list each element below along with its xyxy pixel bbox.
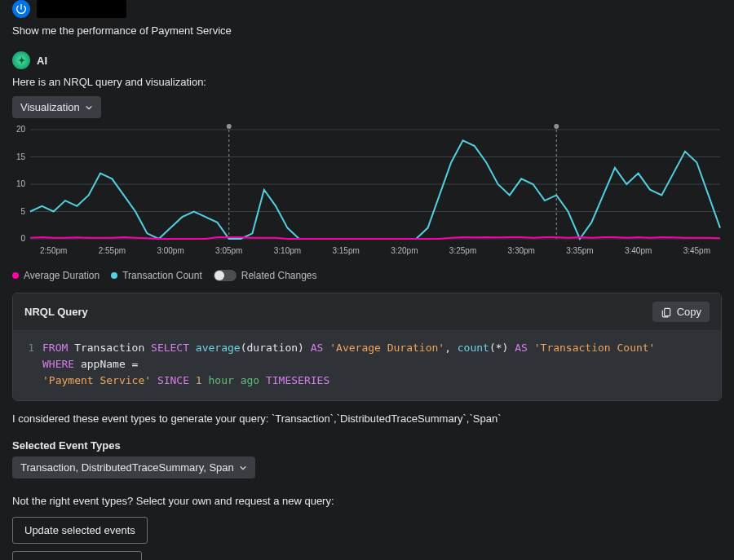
svg-text:3:15pm: 3:15pm <box>332 246 359 255</box>
svg-text:15: 15 <box>16 152 26 161</box>
toggle-switch[interactable] <box>214 270 237 281</box>
legend-dot-magenta <box>12 272 19 279</box>
svg-text:20: 20 <box>16 125 26 134</box>
chart-legend: Average Duration Transaction Count Relat… <box>12 270 722 281</box>
legend-count-label: Transaction Count <box>122 270 202 281</box>
svg-text:0: 0 <box>20 234 25 243</box>
chart-svg: 051015202:50pm2:55pm3:00pm3:05pm3:10pm3:… <box>12 123 722 262</box>
svg-text:3:20pm: 3:20pm <box>391 246 418 255</box>
considered-note: I considered these event types to genera… <box>12 412 722 425</box>
svg-text:3:35pm: 3:35pm <box>566 246 593 255</box>
ai-intro: Here is an NRQL query and visualization: <box>12 76 722 88</box>
chevron-down-icon <box>85 104 93 112</box>
user-name-redacted <box>37 0 126 18</box>
chevron-down-icon <box>239 464 247 472</box>
copy-button[interactable]: Copy <box>652 302 710 322</box>
nrql-code-block[interactable]: 1 FROM Transaction SELECT average(durati… <box>13 330 721 400</box>
svg-rect-26 <box>664 308 670 315</box>
chart: 051015202:50pm2:55pm3:00pm3:05pm3:10pm3:… <box>12 123 722 262</box>
legend-related-label: Related Changes <box>241 270 317 281</box>
clipboard-icon <box>661 306 672 318</box>
user-avatar <box>12 0 30 18</box>
copy-button-label: Copy <box>677 306 701 318</box>
user-message: Show me the performance of Payment Servi… <box>12 24 722 37</box>
related-changes-toggle[interactable]: Related Changes <box>214 270 317 281</box>
svg-point-10 <box>227 124 232 129</box>
legend-transaction-count[interactable]: Transaction Count <box>111 270 202 281</box>
visualization-dropdown-label: Visualization <box>20 101 80 113</box>
selected-event-types-label: Selected Event Types <box>12 439 722 452</box>
event-types-value: Transaction, DistributedTraceSummary, Sp… <box>20 461 234 474</box>
svg-text:3:30pm: 3:30pm <box>508 246 535 255</box>
summarize-results-button[interactable]: Summarize the results <box>12 551 142 560</box>
visualization-dropdown[interactable]: Visualization <box>12 96 101 118</box>
svg-point-12 <box>554 124 559 129</box>
legend-avg-label: Average Duration <box>24 270 99 281</box>
svg-text:2:50pm: 2:50pm <box>40 246 67 255</box>
svg-text:3:05pm: 3:05pm <box>215 246 242 255</box>
svg-text:2:55pm: 2:55pm <box>99 246 126 255</box>
ai-label: AI <box>37 55 47 67</box>
svg-text:3:25pm: 3:25pm <box>449 246 476 255</box>
nrql-query-card: NRQL Query Copy 1 FROM Transaction SELEC… <box>12 293 722 401</box>
legend-avg-duration[interactable]: Average Duration <box>12 270 99 281</box>
update-selected-events-button[interactable]: Update selected events <box>12 517 148 544</box>
event-types-dropdown[interactable]: Transaction, DistributedTraceSummary, Sp… <box>12 456 255 478</box>
svg-text:3:45pm: 3:45pm <box>683 246 710 255</box>
svg-text:5: 5 <box>20 207 25 216</box>
power-icon <box>15 2 28 15</box>
svg-text:3:40pm: 3:40pm <box>625 246 652 255</box>
nrql-query-title: NRQL Query <box>24 306 88 318</box>
code-line-number: 1 <box>21 340 42 356</box>
legend-dot-cyan <box>111 272 117 279</box>
svg-text:10: 10 <box>16 179 26 188</box>
event-types-hint: Not the right event types? Select your o… <box>12 495 722 507</box>
code-body: FROM Transaction SELECT average(duration… <box>42 340 691 389</box>
svg-text:3:10pm: 3:10pm <box>274 246 301 255</box>
ai-icon: ✦ <box>12 51 30 69</box>
svg-text:3:00pm: 3:00pm <box>157 246 184 255</box>
